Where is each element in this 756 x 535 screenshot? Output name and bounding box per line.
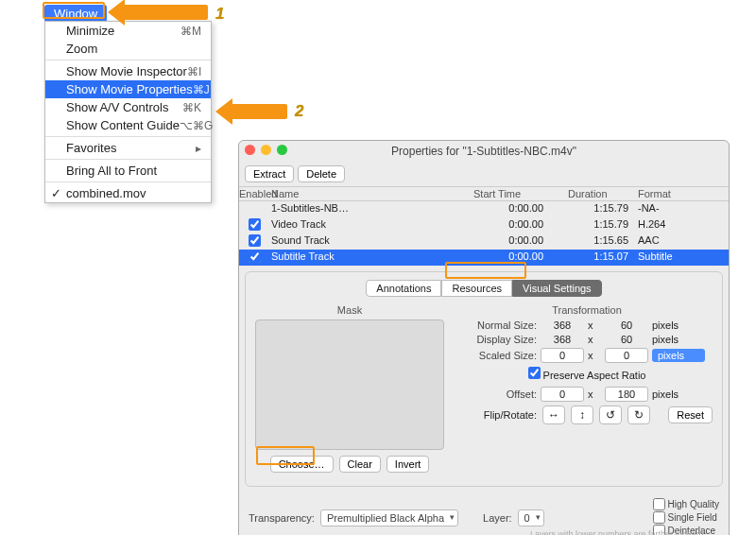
- single-field-option[interactable]: Single Field: [653, 511, 719, 524]
- menu-item-label: Bring All to Front: [66, 164, 157, 178]
- delete-button[interactable]: Delete: [298, 165, 345, 182]
- track-row[interactable]: Video Track 0:00.00 1:15.79 H.264: [239, 217, 729, 233]
- mask-section-label: Mask: [255, 304, 444, 316]
- flip-horizontal-icon[interactable]: ↔: [542, 406, 565, 424]
- track-name: Sound Track: [271, 234, 458, 249]
- scaled-size-label: Scaled Size:: [461, 350, 537, 361]
- invert-mask-button[interactable]: Invert: [387, 456, 430, 473]
- hq-checkbox[interactable]: [653, 498, 665, 510]
- mask-preview: [255, 319, 444, 450]
- menu-show-properties[interactable]: Show Movie Properties ⌘J: [45, 80, 211, 98]
- window-menu: Minimize ⌘M Zoom Show Movie Inspector ⌘I…: [44, 21, 212, 203]
- enable-checkbox[interactable]: [249, 218, 261, 231]
- menu-item-label: Show Movie Properties: [66, 82, 193, 96]
- col-duration: Duration: [553, 188, 638, 199]
- layer-hint: Layers with lower numbers are farther fo…: [530, 529, 706, 535]
- menu-shortcut: ⌘I: [187, 65, 201, 78]
- col-start: Start Time: [458, 188, 553, 199]
- enable-checkbox[interactable]: [249, 250, 261, 263]
- unit-label: pixels: [652, 388, 705, 400]
- scaled-unit-select[interactable]: pixels: [652, 349, 705, 362]
- track-format: Subtitle: [638, 250, 723, 265]
- scaled-width-input[interactable]: 0: [541, 348, 584, 363]
- menu-show-inspector[interactable]: Show Movie Inspector ⌘I: [45, 62, 211, 80]
- track-row[interactable]: Sound Track 0:00.00 1:15.65 AAC: [239, 233, 729, 250]
- enable-checkbox[interactable]: [249, 234, 261, 247]
- menu-show-av[interactable]: Show A/V Controls ⌘K: [45, 98, 211, 116]
- normal-width: 368: [541, 319, 584, 331]
- track-duration: 1:15.79: [553, 202, 638, 216]
- close-icon[interactable]: [245, 145, 255, 155]
- sf-checkbox[interactable]: [653, 511, 665, 524]
- menu-minimize[interactable]: Minimize ⌘M: [45, 22, 211, 40]
- menu-separator: [45, 60, 211, 60]
- minimize-icon[interactable]: [261, 145, 271, 155]
- menu-separator: [45, 159, 211, 160]
- transparency-select[interactable]: Premultiplied Black Alpha: [320, 509, 458, 526]
- rotate-cw-icon[interactable]: ↻: [627, 406, 650, 424]
- track-name: Video Track: [271, 218, 458, 233]
- menu-item-label: Zoom: [66, 42, 97, 56]
- tab-visual-settings[interactable]: Visual Settings: [512, 280, 602, 297]
- menu-item-label: Show Content Guide: [66, 118, 180, 132]
- track-name: 1-Subtitles-NB…: [271, 202, 458, 216]
- menu-doc-combined[interactable]: combined.mov: [45, 184, 211, 202]
- flip-vertical-icon[interactable]: ↕: [571, 406, 593, 424]
- track-start: 0:00.00: [458, 218, 553, 233]
- menu-shortcut: ⌘K: [182, 101, 201, 114]
- tab-annotations[interactable]: Annotations: [366, 280, 441, 297]
- zoom-icon[interactable]: [277, 145, 287, 155]
- window-title-text: Properties for "1-Subtitles-NBC.m4v": [391, 145, 576, 158]
- menu-show-content-guide[interactable]: Show Content Guide ⌥⌘G: [45, 116, 211, 134]
- unit-label: pixels: [652, 334, 705, 345]
- tab-resources[interactable]: Resources: [441, 280, 512, 297]
- layer-stepper[interactable]: 0: [518, 509, 544, 526]
- col-enabled: Enabled: [239, 188, 271, 199]
- track-start: 0:00.00: [458, 234, 553, 249]
- track-row[interactable]: 1-Subtitles-NB… 0:00.00 1:15.79 -NA-: [239, 201, 729, 217]
- preserve-aspect-label[interactable]: Preserve Aspect Ratio: [528, 370, 646, 381]
- rotate-ccw-icon[interactable]: ↺: [599, 406, 622, 424]
- offset-y-input[interactable]: 180: [605, 387, 648, 402]
- annotation-arrow-icon: [231, 104, 287, 119]
- track-row-selected[interactable]: Subtitle Track 0:00.00 1:15.07 Subtitle: [239, 250, 729, 266]
- panel-tabs: Annotations Resources Visual Settings: [255, 280, 713, 297]
- submenu-indicator-icon: ▸: [196, 142, 201, 155]
- menu-favorites[interactable]: Favorites ▸: [45, 139, 211, 157]
- choose-mask-button[interactable]: Choose…: [270, 456, 334, 473]
- menu-item-label: Show A/V Controls: [66, 100, 168, 114]
- annotation-number: 2: [295, 102, 303, 121]
- col-format: Format: [638, 188, 723, 199]
- menu-shortcut: ⌘M: [180, 25, 201, 38]
- menu-bring-front[interactable]: Bring All to Front: [45, 162, 211, 180]
- track-start: 0:00.00: [458, 202, 553, 216]
- menu-item-label: Show Movie Inspector: [66, 64, 187, 78]
- menu-separator: [45, 181, 211, 182]
- reset-button[interactable]: Reset: [668, 406, 713, 423]
- track-duration: 1:15.65: [553, 234, 638, 249]
- track-format: AAC: [638, 234, 723, 249]
- menu-item-label: combined.mov: [66, 186, 146, 200]
- window-titlebar[interactable]: Properties for "1-Subtitles-NBC.m4v": [239, 141, 729, 162]
- menu-separator: [45, 136, 211, 137]
- display-width: 368: [541, 334, 584, 345]
- track-duration: 1:15.79: [553, 218, 638, 233]
- clear-mask-button[interactable]: Clear: [339, 456, 381, 473]
- transformation-section-label: Transformation: [461, 304, 713, 316]
- track-duration: 1:15.07: [553, 250, 638, 265]
- unit-label: pixels: [652, 319, 705, 331]
- menu-item-label: Favorites: [66, 141, 116, 155]
- preserve-aspect-checkbox[interactable]: [528, 367, 541, 379]
- offset-x-input[interactable]: 0: [541, 387, 584, 402]
- menu-zoom[interactable]: Zoom: [45, 40, 211, 58]
- flip-label: Flip/Rotate:: [461, 409, 537, 421]
- track-name: Subtitle Track: [271, 250, 458, 265]
- scaled-height-input[interactable]: 0: [605, 348, 648, 363]
- high-quality-option[interactable]: High Quality: [653, 498, 719, 510]
- x-label: x: [588, 388, 601, 400]
- display-size-label: Display Size:: [461, 334, 537, 345]
- menu-item-label: Minimize: [66, 24, 114, 38]
- extract-button[interactable]: Extract: [245, 165, 294, 182]
- track-format: -NA-: [638, 202, 723, 216]
- track-format: H.264: [638, 218, 723, 233]
